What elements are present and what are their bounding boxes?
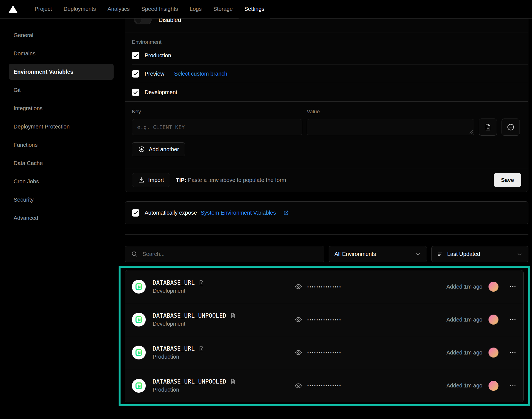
- plus-circle-icon: [138, 146, 145, 153]
- environment-filter-select[interactable]: All Environments: [329, 246, 427, 262]
- user-avatar: [488, 348, 498, 358]
- search-box: [125, 246, 324, 262]
- ellipsis-icon: [509, 283, 516, 290]
- sort-value: Last Updated: [447, 251, 513, 257]
- checkmark-icon: [133, 210, 138, 215]
- add-another-label: Add another: [149, 146, 179, 153]
- tab-analytics[interactable]: Analytics: [102, 0, 135, 18]
- filter-row: All Environments Last Updated: [125, 246, 528, 262]
- neon-integration-icon: [132, 346, 146, 359]
- checkmark-icon: [133, 71, 138, 76]
- add-another-button[interactable]: Add another: [132, 142, 185, 156]
- added-timestamp: Added 1m ago: [446, 284, 482, 290]
- key-value-form: Key Value: [125, 101, 528, 168]
- key-input[interactable]: [132, 119, 302, 135]
- environment-section-title: Environment: [132, 39, 528, 45]
- note-icon[interactable]: [230, 313, 236, 319]
- neon-integration-icon: [132, 280, 146, 294]
- var-name: DATABASE_URL_UNPOOLED: [153, 378, 226, 385]
- row-menu-button[interactable]: [509, 283, 516, 290]
- expose-text: Automatically expose: [145, 210, 197, 216]
- sidebar-item-advanced[interactable]: Advanced: [9, 210, 114, 226]
- expose-system-env-checkbox[interactable]: [132, 209, 139, 217]
- tip-text: TIP: Paste a .env above to populate the …: [176, 177, 286, 183]
- env-var-row: DATABASE_URL_UNPOOLED Production •••••••…: [125, 369, 523, 402]
- tab-storage[interactable]: Storage: [208, 0, 239, 18]
- masked-value: •••••••••••••••: [307, 350, 342, 355]
- import-label: Import: [148, 177, 164, 183]
- settings-sidebar: General Domains Environment Variables Gi…: [0, 19, 125, 406]
- var-name: DATABASE_URL: [153, 279, 195, 286]
- sidebar-item-integrations[interactable]: Integrations: [9, 100, 114, 116]
- env-var-row: DATABASE_URL Development •••••••••••••••: [125, 270, 523, 303]
- sidebar-item-security[interactable]: Security: [9, 192, 114, 208]
- env-var-row: DATABASE_URL_UNPOOLED Development ••••••…: [125, 303, 523, 336]
- note-icon[interactable]: [198, 280, 204, 286]
- sidebar-item-cron-jobs[interactable]: Cron Jobs: [9, 173, 114, 189]
- save-button[interactable]: Save: [494, 173, 521, 187]
- development-label: Development: [145, 89, 177, 96]
- sidebar-item-data-cache[interactable]: Data Cache: [9, 155, 114, 171]
- eye-icon[interactable]: [295, 283, 302, 291]
- preview-checkbox[interactable]: [132, 70, 139, 78]
- chevron-down-icon: [516, 251, 523, 257]
- neon-integration-icon: [132, 379, 146, 393]
- sidebar-item-functions[interactable]: Functions: [9, 137, 114, 153]
- paste-env-file-button[interactable]: [479, 119, 497, 136]
- form-footer: Import TIP: Paste a .env above to popula…: [125, 168, 528, 192]
- var-environment: Development: [153, 321, 295, 327]
- value-input-wrap: [307, 119, 474, 135]
- sidebar-item-environment-variables[interactable]: Environment Variables: [9, 64, 114, 80]
- tab-project[interactable]: Project: [29, 0, 58, 18]
- checkmark-icon: [133, 90, 138, 95]
- development-checkbox[interactable]: [132, 89, 139, 96]
- sidebar-item-general[interactable]: General: [9, 27, 114, 43]
- neon-integration-icon: [132, 313, 146, 327]
- eye-icon[interactable]: [295, 316, 302, 323]
- value-input[interactable]: [307, 119, 474, 135]
- select-custom-branch-link[interactable]: Select custom branch: [174, 71, 227, 77]
- environment-option-production: Production: [132, 47, 528, 65]
- note-icon[interactable]: [230, 379, 236, 385]
- var-info: DATABASE_URL_UNPOOLED Development: [153, 312, 295, 327]
- remove-row-button[interactable]: [502, 119, 520, 136]
- sidebar-item-deployment-protection[interactable]: Deployment Protection: [9, 119, 114, 135]
- import-button[interactable]: Import: [132, 173, 170, 187]
- ellipsis-icon: [509, 349, 516, 356]
- resize-grip-icon[interactable]: [469, 130, 473, 134]
- production-label: Production: [145, 52, 171, 59]
- top-nav: Project Deployments Analytics Speed Insi…: [0, 0, 532, 19]
- tab-logs[interactable]: Logs: [184, 0, 207, 18]
- tab-deployments[interactable]: Deployments: [58, 0, 102, 18]
- preview-label: Preview: [145, 71, 164, 77]
- var-environment: Production: [153, 387, 295, 393]
- eye-icon[interactable]: [295, 382, 302, 390]
- production-checkbox[interactable]: [132, 52, 139, 59]
- vercel-logo-icon[interactable]: [8, 5, 18, 13]
- sidebar-item-git[interactable]: Git: [9, 82, 114, 98]
- form-labels: Key Value: [132, 109, 520, 115]
- system-env-variables-link[interactable]: System Environment Variables: [201, 210, 276, 216]
- env-var-list: DATABASE_URL Development •••••••••••••••: [125, 270, 524, 402]
- row-menu-button[interactable]: [509, 349, 516, 356]
- env-var-row: DATABASE_URL Production •••••••••••••••: [125, 336, 523, 369]
- masked-value: •••••••••••••••: [307, 317, 342, 322]
- tab-settings[interactable]: Settings: [239, 0, 270, 18]
- sort-select[interactable]: Last Updated: [431, 246, 528, 262]
- nav-tabs: Project Deployments Analytics Speed Insi…: [29, 0, 270, 18]
- row-menu-button[interactable]: [509, 316, 516, 323]
- tab-speed-insights[interactable]: Speed Insights: [135, 0, 184, 18]
- var-name: DATABASE_URL_UNPOOLED: [153, 312, 226, 319]
- note-icon[interactable]: [198, 346, 204, 352]
- checkmark-icon: [133, 53, 138, 58]
- external-link-icon: [283, 210, 289, 216]
- var-meta: Added 1m ago: [446, 348, 516, 358]
- eye-icon[interactable]: [295, 349, 302, 356]
- row-menu-button[interactable]: [509, 382, 516, 389]
- var-info: DATABASE_URL_UNPOOLED Production: [153, 378, 295, 393]
- minus-circle-icon: [507, 123, 515, 131]
- sidebar-item-domains[interactable]: Domains: [9, 45, 114, 61]
- search-input[interactable]: [142, 251, 318, 257]
- search-icon: [131, 251, 138, 258]
- environment-variables-panel: Disabled Environment Production Preview …: [125, 19, 528, 406]
